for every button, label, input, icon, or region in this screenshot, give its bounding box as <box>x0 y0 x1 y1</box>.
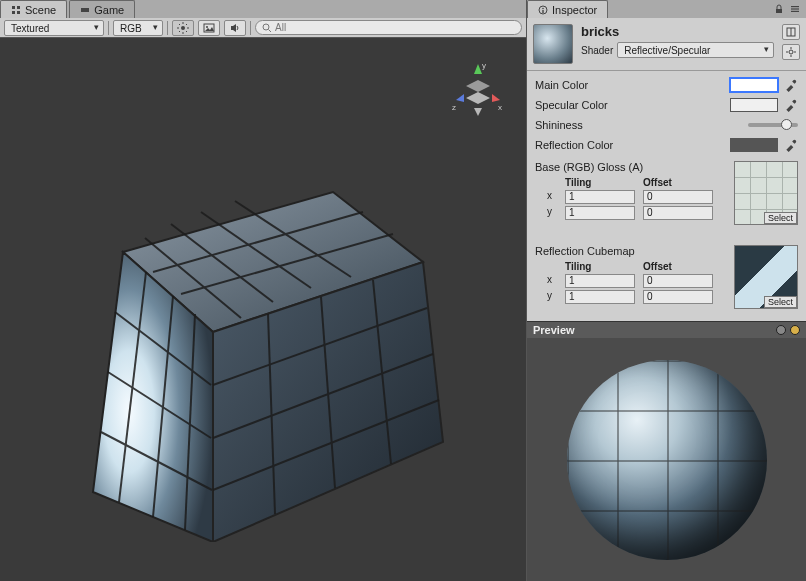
svg-rect-3 <box>17 11 20 14</box>
specular-color-label: Specular Color <box>535 99 724 111</box>
offset-header: Offset <box>643 177 713 188</box>
preview-mode-b[interactable] <box>790 325 800 335</box>
base-tiling-y[interactable]: 1 <box>565 206 635 220</box>
svg-line-9 <box>179 24 180 25</box>
svg-rect-50 <box>776 9 782 13</box>
specular-color-swatch[interactable] <box>730 98 778 112</box>
main-color-eyedropper[interactable] <box>784 78 798 92</box>
inspector-icon <box>538 5 548 15</box>
base-tiling-x[interactable]: 1 <box>565 190 635 204</box>
game-icon <box>80 5 90 15</box>
render-mode-dropdown[interactable]: Textured <box>4 20 104 36</box>
offset-header: Offset <box>643 261 713 272</box>
svg-rect-49 <box>542 10 543 13</box>
preview-mode-a[interactable] <box>776 325 786 335</box>
svg-point-56 <box>789 50 793 54</box>
svg-text:y: y <box>482 61 486 70</box>
base-offset-y[interactable]: 0 <box>643 206 713 220</box>
material-preview[interactable] <box>527 338 806 581</box>
row-y-label: y <box>547 206 557 220</box>
speaker-icon <box>229 22 241 34</box>
scene-icon <box>11 5 21 15</box>
scene-toolbar: Textured RGB All <box>0 18 526 38</box>
base-texture-slot[interactable]: Select <box>734 161 798 225</box>
svg-line-10 <box>186 31 187 32</box>
reflection-color-label: Reflection Color <box>535 139 724 151</box>
tiling-header: Tiling <box>565 261 635 272</box>
scene-cube <box>63 142 463 542</box>
cubemap-offset-y[interactable]: 0 <box>643 290 713 304</box>
orientation-gizmo[interactable]: y x z <box>448 60 508 120</box>
image-toggle[interactable] <box>198 20 220 36</box>
scene-viewport[interactable]: y x z <box>0 38 526 581</box>
shininess-slider[interactable] <box>748 123 798 127</box>
sun-icon <box>177 22 189 34</box>
color-mode-dropdown[interactable]: RGB <box>113 20 163 36</box>
svg-line-11 <box>179 31 180 32</box>
shader-label: Shader <box>581 45 613 56</box>
material-header: bricks Shader Reflective/Specular <box>527 18 806 71</box>
tab-scene[interactable]: Scene <box>0 0 67 18</box>
svg-rect-51 <box>791 6 799 7</box>
specular-color-eyedropper[interactable] <box>784 98 798 112</box>
svg-rect-0 <box>12 6 15 9</box>
search-icon <box>262 23 272 33</box>
inspector-tabs: Inspector <box>527 0 806 18</box>
svg-marker-39 <box>466 80 490 92</box>
svg-text:x: x <box>498 103 502 112</box>
row-x-label: x <box>547 274 557 288</box>
base-offset-x[interactable]: 0 <box>643 190 713 204</box>
tab-game[interactable]: Game <box>69 0 135 18</box>
tab-inspector-label: Inspector <box>552 4 597 16</box>
svg-rect-53 <box>791 11 799 12</box>
image-icon <box>203 22 215 34</box>
svg-line-12 <box>186 24 187 25</box>
shader-dropdown[interactable]: Reflective/Specular <box>617 42 774 58</box>
help-button[interactable] <box>782 24 800 40</box>
svg-marker-41 <box>492 94 500 102</box>
svg-text:z: z <box>452 103 456 112</box>
settings-button[interactable] <box>782 44 800 60</box>
cubemap-tiling-y[interactable]: 1 <box>565 290 635 304</box>
lock-icon <box>774 4 784 14</box>
scene-tabs: Scene Game <box>0 0 526 18</box>
audio-toggle[interactable] <box>224 20 246 36</box>
svg-point-4 <box>181 26 185 30</box>
light-toggle[interactable] <box>172 20 194 36</box>
cubemap-tiling-x[interactable]: 1 <box>565 274 635 288</box>
tab-inspector[interactable]: Inspector <box>527 0 608 18</box>
eyedropper-icon <box>784 78 798 92</box>
shininess-label: Shininess <box>535 119 742 131</box>
svg-point-14 <box>206 26 208 28</box>
svg-rect-1 <box>17 6 20 9</box>
book-icon <box>786 27 796 37</box>
svg-point-15 <box>263 24 269 30</box>
svg-rect-2 <box>12 11 15 14</box>
preview-header[interactable]: Preview <box>527 321 806 338</box>
material-thumbnail[interactable] <box>533 24 573 64</box>
row-y-label: y <box>547 290 557 304</box>
menu-icon <box>790 4 800 14</box>
row-x-label: x <box>547 190 557 204</box>
reflection-color-swatch[interactable] <box>730 138 778 152</box>
cubemap-offset-x[interactable]: 0 <box>643 274 713 288</box>
cubemap-texture-select[interactable]: Select <box>764 296 797 308</box>
toolbar-divider <box>167 21 168 35</box>
slider-knob[interactable] <box>781 119 792 130</box>
eyedropper-icon <box>784 98 798 112</box>
material-name: bricks <box>581 24 774 39</box>
reflection-color-eyedropper[interactable] <box>784 138 798 152</box>
base-texture-select[interactable]: Select <box>764 212 797 224</box>
toolbar-divider <box>108 21 109 35</box>
cubemap-texture-slot[interactable]: Select <box>734 245 798 309</box>
search-placeholder: All <box>275 22 286 33</box>
svg-marker-40 <box>474 64 482 74</box>
panel-menu-button[interactable] <box>788 2 802 16</box>
main-color-swatch[interactable] <box>730 78 778 92</box>
eyedropper-icon <box>784 138 798 152</box>
svg-marker-38 <box>466 92 490 104</box>
scene-search[interactable]: All <box>255 20 522 35</box>
svg-rect-52 <box>791 8 799 9</box>
lock-button[interactable] <box>772 2 786 16</box>
preview-label: Preview <box>533 324 575 336</box>
